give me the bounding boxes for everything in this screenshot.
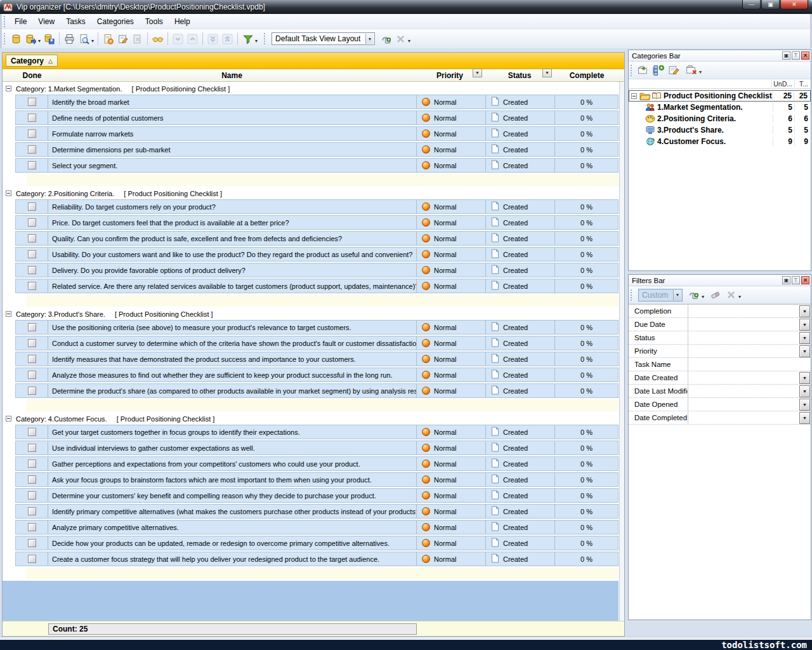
menu-item-file[interactable]: File: [9, 15, 32, 29]
column-header-done[interactable]: Done: [15, 71, 49, 80]
task-checkbox[interactable]: [28, 387, 36, 395]
vertical-scrollbar[interactable]: [619, 82, 624, 621]
group-header-row[interactable]: Category: 1.Market Segmentation.[ Produc…: [3, 83, 624, 94]
task-priority-cell[interactable]: Normal: [417, 263, 486, 277]
table-row[interactable]: Determine the product's share (as compar…: [15, 383, 619, 398]
open-database-dropdown-icon[interactable]: ▾: [38, 38, 41, 44]
filter-dropdown-icon[interactable]: ▼: [799, 385, 810, 397]
task-name-cell[interactable]: Quality. Can you confirm the product is …: [48, 232, 417, 245]
filter-icon[interactable]: [240, 32, 255, 46]
task-name-cell[interactable]: Get your target customers together in fo…: [48, 425, 417, 439]
collapse-group-icon[interactable]: [6, 190, 11, 196]
task-checkbox[interactable]: [28, 507, 36, 515]
task-status-cell[interactable]: Created: [486, 248, 555, 261]
filters-toolbar-dropdown-icon[interactable]: ▾: [738, 294, 741, 300]
panel-restore-icon[interactable]: ▣: [782, 51, 790, 60]
close-button[interactable]: ✕: [780, 0, 808, 10]
open-database-icon[interactable]: [23, 32, 38, 46]
task-name-cell[interactable]: Create a customer focus strategy that wi…: [48, 552, 417, 566]
task-status-cell[interactable]: Created: [486, 263, 555, 277]
task-status-cell[interactable]: Created: [486, 127, 555, 140]
layout-toolbar-dropdown-icon[interactable]: ▾: [408, 38, 410, 44]
print-preview-icon[interactable]: [77, 32, 91, 46]
table-row[interactable]: Related service. Are there any related s…: [15, 279, 619, 293]
task-name-cell[interactable]: Select your segment.: [48, 159, 417, 172]
menu-item-view[interactable]: View: [32, 15, 60, 29]
task-checkbox[interactable]: [28, 129, 36, 138]
task-checkbox[interactable]: [28, 234, 36, 242]
collapse-group-icon[interactable]: [6, 311, 11, 317]
table-row[interactable]: Determine your customers' key benefit an…: [15, 488, 619, 503]
table-row[interactable]: Analyze primary competitive alternatives…: [15, 520, 619, 534]
task-priority-cell[interactable]: Normal: [417, 248, 486, 261]
task-priority-cell[interactable]: Normal: [417, 441, 486, 454]
task-name-cell[interactable]: Define needs of potential customers: [48, 111, 417, 124]
task-status-cell[interactable]: Created: [486, 441, 555, 454]
add-subcategory-icon[interactable]: [651, 63, 666, 77]
task-checkbox[interactable]: [28, 428, 36, 436]
filter-dropdown-icon[interactable]: ▼: [799, 345, 810, 357]
task-checkbox[interactable]: [28, 355, 36, 363]
categories-toolbar-dropdown-icon[interactable]: ▾: [699, 69, 702, 75]
task-checkbox[interactable]: [28, 475, 36, 484]
task-name-cell[interactable]: Ask your focus groups to brainstorm fact…: [48, 473, 417, 486]
table-row[interactable]: Define needs of potential customersNorma…: [15, 110, 619, 125]
column-header-name[interactable]: Name: [49, 71, 415, 80]
task-name-cell[interactable]: Formulate narrow markets: [48, 127, 417, 140]
task-checkbox[interactable]: [28, 323, 36, 331]
column-header-priority[interactable]: Priority ▼: [415, 71, 485, 80]
task-priority-cell[interactable]: Normal: [417, 279, 486, 293]
title-bar[interactable]: Vip organizer [C:\Users\dmitry\Desktop\P…: [0, 0, 812, 14]
menu-item-tools[interactable]: Tools: [140, 15, 169, 29]
delete-layout-icon[interactable]: [393, 32, 408, 46]
task-checkbox[interactable]: [28, 250, 36, 258]
filter-dropdown-icon[interactable]: ▼: [799, 305, 810, 317]
filter-value-input[interactable]: [688, 371, 799, 384]
new-task-icon[interactable]: [101, 32, 115, 46]
task-checkbox[interactable]: [28, 202, 36, 211]
table-row[interactable]: Formulate narrow marketsNormalCreated0 %: [15, 126, 619, 141]
task-priority-cell[interactable]: Normal: [417, 127, 486, 140]
table-row[interactable]: Get your target customers together in fo…: [15, 425, 619, 439]
task-priority-cell[interactable]: Normal: [417, 473, 486, 486]
task-checkbox[interactable]: [28, 444, 36, 452]
tree-item-category[interactable]: 3.Product's Share.55: [629, 124, 811, 136]
task-status-cell[interactable]: Created: [486, 536, 555, 550]
task-status-cell[interactable]: Created: [486, 143, 555, 156]
task-checkbox[interactable]: [28, 282, 36, 290]
filter-dropdown-icon[interactable]: ▾: [255, 38, 258, 44]
task-status-cell[interactable]: Created: [486, 352, 555, 366]
group-header-row[interactable]: Category: 4.Customer Focus.[ Product Pos…: [3, 413, 624, 424]
task-priority-cell[interactable]: Normal: [417, 111, 486, 124]
task-status-cell[interactable]: Created: [486, 279, 555, 293]
filter-dropdown-icon[interactable]: ▼: [799, 399, 810, 411]
clear-filter-icon[interactable]: [708, 288, 723, 302]
task-checkbox[interactable]: [28, 266, 36, 274]
task-priority-cell[interactable]: Normal: [417, 368, 486, 381]
filter-value-input[interactable]: [688, 411, 799, 424]
save-filter-icon[interactable]: [686, 288, 702, 302]
menu-item-help[interactable]: Help: [169, 15, 196, 29]
move-down-icon[interactable]: [171, 32, 185, 46]
table-row[interactable]: Delivery. Do you provide favorable optio…: [15, 263, 619, 277]
move-top-icon[interactable]: [220, 32, 235, 46]
task-status-cell[interactable]: Created: [486, 489, 555, 502]
task-status-cell[interactable]: Created: [486, 425, 555, 439]
filter-value-input[interactable]: [688, 318, 799, 331]
new-database-icon[interactable]: [9, 32, 23, 46]
filter-value-input[interactable]: [688, 398, 799, 411]
task-priority-cell[interactable]: Normal: [417, 552, 486, 566]
task-checkbox[interactable]: [28, 539, 36, 547]
task-priority-cell[interactable]: Normal: [417, 200, 486, 213]
task-name-cell[interactable]: Price. Do target customers feel that the…: [48, 216, 417, 229]
task-priority-cell[interactable]: Normal: [417, 352, 486, 366]
task-priority-cell[interactable]: Normal: [417, 425, 486, 439]
tree-item-category[interactable]: 1.Market Segmentation.55: [629, 102, 811, 113]
task-name-cell[interactable]: Related service. Are there any related s…: [48, 279, 417, 293]
print-icon[interactable]: [62, 32, 77, 46]
task-priority-cell[interactable]: Normal: [417, 216, 486, 229]
task-status-cell[interactable]: Created: [486, 232, 555, 245]
group-header-row[interactable]: Category: 3.Product's Share.[ Product Po…: [3, 308, 624, 319]
filter-dropdown-icon[interactable]: ▼: [799, 332, 810, 344]
group-header-row[interactable]: Category: 2.Positioning Criteria.[ Produ…: [3, 188, 624, 199]
